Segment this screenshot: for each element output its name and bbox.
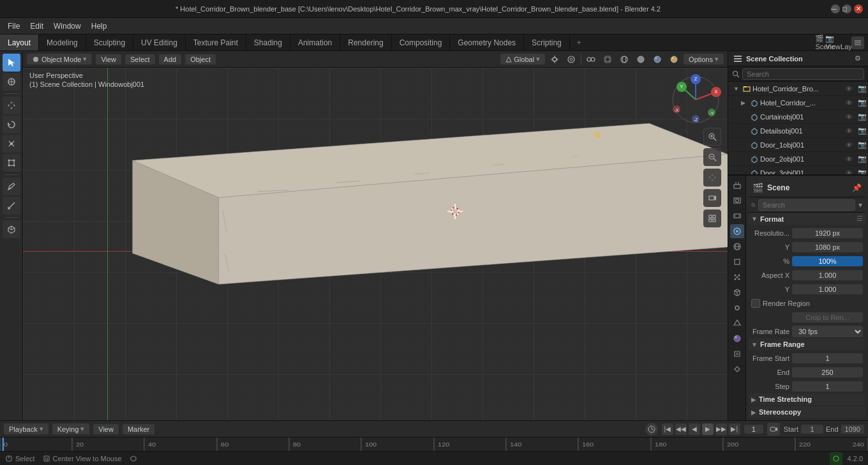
outliner-search-input[interactable]	[742, 68, 864, 80]
keying-menu[interactable]: Keying ▾	[52, 423, 90, 434]
render-toggle[interactable]: 📷	[858, 155, 868, 163]
tool-add-cube[interactable]	[3, 220, 20, 238]
resolution-percent-value[interactable]: 100%	[792, 256, 863, 266]
tool-measure[interactable]	[3, 197, 20, 215]
render-toggle[interactable]: 📷	[858, 169, 868, 174]
render-region-checkbox[interactable]	[751, 299, 760, 308]
options-button[interactable]: Options ▾	[684, 54, 724, 65]
render-toggle[interactable]: 📷	[858, 126, 868, 135]
tab-geometry-nodes[interactable]: Geometry Nodes	[450, 34, 524, 50]
prop-world[interactable]	[730, 240, 744, 254]
outliner-item[interactable]: Door_2obj001 👁 📷	[728, 152, 868, 166]
step-forward-btn[interactable]: ▶▶	[715, 423, 727, 435]
pan-btn[interactable]	[703, 169, 721, 187]
transform-selector[interactable]: Global ▾	[500, 54, 545, 65]
add-menu[interactable]: Add	[159, 54, 182, 65]
jump-end-btn[interactable]: ▶|	[729, 423, 740, 435]
resolution-y-value[interactable]: 1080 px	[792, 242, 863, 252]
stereoscopy-header[interactable]: ▶ Stereoscopy	[749, 406, 865, 418]
prop-particles[interactable]	[730, 270, 744, 284]
viewport-overlays[interactable]	[584, 52, 598, 66]
rendered-shading[interactable]	[667, 52, 681, 66]
viewlayer-selector[interactable]: 📷 ViewLayer	[835, 36, 849, 50]
playback-menu[interactable]: Playback ▾	[4, 423, 49, 434]
aspect-x-value[interactable]: 1.000	[792, 270, 863, 280]
maximize-button[interactable]: □	[842, 4, 851, 13]
add-workspace-button[interactable]: ＋	[570, 34, 588, 50]
prop-render[interactable]	[730, 194, 744, 208]
zoom-out-btn[interactable]	[703, 148, 721, 166]
navigation-gizmo[interactable]: X Y Z -X -Y -Z	[670, 74, 721, 125]
frame-range-section-header[interactable]: ▼ Frame Range	[749, 339, 865, 350]
viewport[interactable]: Object Mode ▾ View Select Add Object Glo…	[23, 51, 728, 420]
tool-scale[interactable]	[3, 135, 20, 153]
xray-toggle[interactable]	[601, 52, 615, 66]
visibility-toggle[interactable]: 👁	[846, 169, 856, 175]
camera-view-btn[interactable]	[703, 189, 721, 207]
tab-texture-paint[interactable]: Texture Paint	[186, 34, 246, 50]
prop-physics[interactable]	[730, 286, 744, 300]
material-shading[interactable]	[650, 52, 664, 66]
tab-modeling[interactable]: Modeling	[39, 34, 86, 50]
zoom-in-btn[interactable]	[703, 128, 721, 146]
pin-icon[interactable]: 📌	[852, 183, 862, 192]
local-view-btn[interactable]	[703, 210, 721, 227]
tool-transform[interactable]	[3, 154, 20, 172]
visibility-toggle[interactable]: 👁	[846, 127, 856, 135]
tab-compositing[interactable]: Compositing	[392, 34, 451, 50]
prop-scene[interactable]	[730, 224, 744, 238]
tab-animation[interactable]: Animation	[290, 34, 340, 50]
mode-selector[interactable]: Object Mode ▾	[27, 54, 92, 65]
outliner-item[interactable]: ▼ Hotel_Corridor_Bro... 👁 📷	[728, 82, 868, 96]
render-toggle[interactable]: 📷	[858, 141, 868, 149]
menu-window[interactable]: Window	[49, 20, 86, 32]
frame-rate-select[interactable]: 30 fps 24 fps 60 fps	[792, 326, 863, 337]
tool-select[interactable]	[3, 54, 20, 72]
tab-uv-editing[interactable]: UV Editing	[133, 34, 186, 50]
aspect-y-value[interactable]: 1.000	[792, 284, 863, 294]
menu-file[interactable]: File	[3, 20, 25, 32]
menu-help[interactable]: Help	[86, 20, 112, 32]
tab-scripting[interactable]: Scripting	[524, 34, 570, 50]
status-icon-1[interactable]	[830, 452, 842, 465]
frame-start-value[interactable]: 1	[792, 353, 863, 363]
prop-output[interactable]	[730, 209, 744, 223]
resolution-x-value[interactable]: 1920 px	[792, 228, 863, 238]
camera-marker-icon[interactable]	[767, 423, 780, 436]
solid-shading[interactable]	[634, 52, 648, 66]
timeline-ruler[interactable]: 0 20 40 60 80 100 120 140 160 180	[0, 438, 868, 451]
timer-icon[interactable]	[645, 423, 658, 436]
outliner-item[interactable]: Door_1obj001 👁 📷	[728, 138, 868, 152]
prop-object-data[interactable]	[730, 316, 744, 330]
view-menu[interactable]: View	[96, 54, 121, 65]
play-btn[interactable]: ▶	[702, 423, 714, 435]
render-toggle[interactable]: 📷	[858, 98, 868, 107]
tab-sculpting[interactable]: Sculpting	[86, 34, 133, 50]
time-stretching-header[interactable]: ▶ Time Stretching	[749, 393, 865, 405]
tool-move[interactable]	[3, 96, 20, 114]
marker-menu[interactable]: Marker	[123, 424, 154, 434]
close-button[interactable]: ✕	[854, 4, 863, 13]
prop-active-tool[interactable]	[730, 178, 744, 192]
timeline-bar[interactable]: 0 20 40 60 80 100 120 140 160 180	[0, 437, 868, 451]
current-frame[interactable]: 1	[744, 425, 763, 434]
end-value[interactable]: 1090	[841, 425, 864, 434]
scene-options[interactable]	[851, 36, 864, 49]
visibility-toggle[interactable]: 👁	[846, 85, 856, 93]
render-toggle[interactable]: 📷	[858, 84, 868, 93]
tool-rotate[interactable]	[3, 116, 20, 133]
play-reverse-btn[interactable]: ◀	[689, 423, 700, 435]
render-toggle[interactable]: 📷	[858, 112, 868, 121]
step-value[interactable]: 1	[792, 381, 863, 392]
prop-material[interactable]	[730, 332, 744, 346]
visibility-toggle[interactable]: 👁	[846, 99, 856, 107]
search-expand[interactable]: ▾	[858, 201, 863, 210]
tool-annotate[interactable]	[3, 178, 20, 195]
outliner-filter-icon[interactable]: ⚙	[853, 54, 863, 64]
object-menu[interactable]: Object	[185, 54, 216, 65]
tab-rendering[interactable]: Rendering	[340, 34, 391, 50]
prop-object[interactable]	[730, 255, 744, 269]
prop-constraints[interactable]	[730, 301, 744, 315]
snap-toggle[interactable]	[548, 52, 562, 66]
prop-modifiers[interactable]	[730, 362, 744, 376]
